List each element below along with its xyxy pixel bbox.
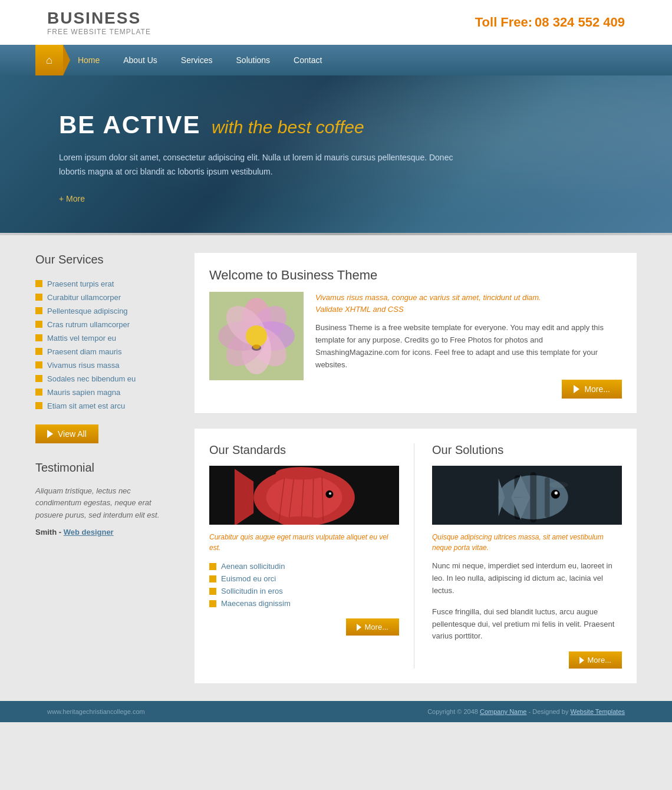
hero-more-link[interactable]: + More bbox=[59, 194, 85, 203]
welcome-more-button[interactable]: More... bbox=[562, 380, 622, 399]
nav-item-contact[interactable]: Contact bbox=[282, 45, 334, 75]
website-templates-link[interactable]: Website Templates bbox=[570, 708, 625, 715]
standards-image bbox=[209, 466, 399, 525]
solutions-heading: Our Solutions bbox=[432, 443, 622, 457]
nav-item-home[interactable]: Home bbox=[66, 45, 111, 75]
solutions-image bbox=[432, 466, 622, 525]
testimonial-author: Smith - Web designer bbox=[35, 528, 177, 536]
services-list: Praesent turpis eratCurabitur ullamcorpe… bbox=[35, 277, 177, 413]
list-bullet-icon bbox=[209, 563, 216, 570]
service-link[interactable]: Cras rutrum ullamcorper bbox=[47, 320, 130, 329]
hero-body: Lorem ipsum dolor sit amet, consectetur … bbox=[59, 151, 472, 179]
logo-subtitle: FREE WEBSITE TEMPLATE bbox=[47, 28, 151, 36]
hero-heading: BE ACTIVE with the best coffee bbox=[59, 111, 613, 139]
content-area: Welcome to Business Theme bbox=[195, 253, 637, 684]
welcome-text-area: Vivamus risus massa, congue ac varius si… bbox=[315, 292, 622, 399]
list-bullet-icon bbox=[35, 307, 42, 314]
standards-item: Maecenas dignissim bbox=[221, 599, 291, 608]
button-arrow-icon bbox=[357, 624, 361, 631]
standards-solutions-section: Our Standards bbox=[195, 429, 637, 683]
list-item: Etiam sit amet est arcu bbox=[35, 399, 177, 413]
list-item: Mattis vel tempor eu bbox=[35, 331, 177, 345]
flower-svg bbox=[209, 292, 304, 380]
welcome-image bbox=[209, 292, 304, 380]
list-bullet-icon bbox=[209, 575, 216, 582]
welcome-body: Business Theme is a free website templat… bbox=[315, 322, 622, 371]
list-item: Sodales nec bibendum eu bbox=[35, 372, 177, 386]
list-bullet-icon bbox=[35, 280, 42, 287]
service-link[interactable]: Praesent diam mauris bbox=[47, 347, 121, 356]
solutions-italic: Quisque adipiscing ultrices massa, sit a… bbox=[432, 532, 622, 553]
svg-point-11 bbox=[253, 344, 260, 349]
list-item: Cras rutrum ullamcorper bbox=[35, 318, 177, 331]
button-arrow-icon bbox=[574, 385, 579, 393]
sidebar-services: Our Services Praesent turpis eratCurabit… bbox=[35, 253, 177, 443]
nav-item-solutions[interactable]: Solutions bbox=[225, 45, 282, 75]
welcome-inner: Vivamus risus massa, congue ac varius si… bbox=[209, 292, 622, 399]
list-item: Praesent diam mauris bbox=[35, 345, 177, 358]
service-link[interactable]: Praesent turpis erat bbox=[47, 279, 114, 288]
svg-point-23 bbox=[276, 468, 327, 480]
service-link[interactable]: Mauris sapien magna bbox=[47, 388, 120, 397]
service-link[interactable]: Pellentesque adipiscing bbox=[47, 307, 128, 315]
list-bullet-icon bbox=[35, 389, 42, 396]
list-bullet-icon bbox=[209, 588, 216, 595]
standards-item: Sollicitudin in eros bbox=[221, 587, 283, 595]
welcome-heading: Welcome to Business Theme bbox=[209, 268, 622, 283]
angelfish-svg bbox=[432, 466, 622, 525]
button-arrow-icon bbox=[579, 657, 584, 664]
logo: BUSINESS FREE WEBSITE TEMPLATE bbox=[47, 9, 151, 36]
nav-home[interactable]: ⌂ bbox=[35, 45, 63, 75]
list-item: Aenean sollicitudin bbox=[209, 560, 399, 572]
list-item: Maecenas dignissim bbox=[209, 597, 399, 610]
standards-more-button[interactable]: More... bbox=[346, 618, 399, 636]
nav-item-services[interactable]: Services bbox=[169, 45, 225, 75]
testimonial-text: Aliquam tristique, lectus nec condimentu… bbox=[35, 485, 177, 522]
standards-item: Aenean sollicitudin bbox=[221, 562, 285, 571]
main-nav: ⌂ Home About Us Services Solutions Conta… bbox=[0, 45, 672, 75]
standards-more-label: More... bbox=[365, 623, 388, 631]
nav-item-about[interactable]: About Us bbox=[111, 45, 169, 75]
company-name-link[interactable]: Company Name bbox=[480, 708, 526, 715]
solutions-body2: Fusce fringilla, dui sed blandit luctus,… bbox=[432, 606, 622, 643]
list-item: Sollicitudin in eros bbox=[209, 585, 399, 597]
service-link[interactable]: Etiam sit amet est arcu bbox=[47, 401, 125, 410]
list-bullet-icon bbox=[35, 402, 42, 409]
list-bullet-icon bbox=[35, 361, 42, 368]
testimonial-section: Testimonial Aliquam tristique, lectus ne… bbox=[35, 461, 177, 536]
list-item: Vivamus risus massa bbox=[35, 358, 177, 372]
sidebar: Our Services Praesent turpis eratCurabit… bbox=[35, 253, 177, 684]
service-link[interactable]: Sodales nec bibendum eu bbox=[47, 374, 136, 383]
hero-title-white: BE ACTIVE bbox=[59, 111, 200, 139]
testimonial-heading: Testimonial bbox=[35, 461, 177, 475]
standards-heading: Our Standards bbox=[209, 443, 399, 457]
svg-point-9 bbox=[246, 325, 267, 347]
footer-copyright: Copyright © 2048 Company Name - Designed… bbox=[427, 708, 625, 715]
services-heading: Our Services bbox=[35, 253, 177, 266]
standards-italic: Curabitur quis augue eget mauris vulputa… bbox=[209, 532, 399, 553]
welcome-section: Welcome to Business Theme bbox=[195, 253, 637, 414]
service-link[interactable]: Curabitur ullamcorper bbox=[47, 293, 121, 302]
service-link[interactable]: Vivamus risus massa bbox=[47, 361, 120, 370]
svg-point-21 bbox=[329, 492, 331, 495]
list-item: Euismod eu orci bbox=[209, 572, 399, 585]
testimonial-role-link[interactable]: Web designer bbox=[64, 528, 114, 536]
list-bullet-icon bbox=[35, 294, 42, 301]
standards-column: Our Standards bbox=[209, 443, 414, 669]
toll-free-label: Toll Free: 08 324 552 409 bbox=[475, 19, 625, 28]
svg-rect-28 bbox=[530, 472, 536, 523]
list-bullet-icon bbox=[35, 321, 42, 328]
hero-banner: BE ACTIVE with the best coffee Lorem ips… bbox=[0, 75, 672, 233]
view-all-button[interactable]: View All bbox=[35, 424, 98, 443]
svg-point-34 bbox=[555, 492, 558, 495]
standards-item: Euismod eu orci bbox=[221, 574, 276, 583]
list-item: Mauris sapien magna bbox=[35, 386, 177, 399]
logo-title: BUSINESS bbox=[47, 9, 151, 28]
standards-list: Aenean sollicitudinEuismod eu orciSollic… bbox=[209, 560, 399, 610]
service-link[interactable]: Mattis vel tempor eu bbox=[47, 334, 116, 343]
list-item: Praesent turpis erat bbox=[35, 277, 177, 291]
solutions-column: Our Solutions bbox=[429, 443, 622, 669]
button-arrow-icon bbox=[47, 430, 53, 438]
solutions-more-button[interactable]: More... bbox=[569, 651, 622, 669]
contact-info: Toll Free: 08 324 552 409 bbox=[475, 15, 625, 30]
